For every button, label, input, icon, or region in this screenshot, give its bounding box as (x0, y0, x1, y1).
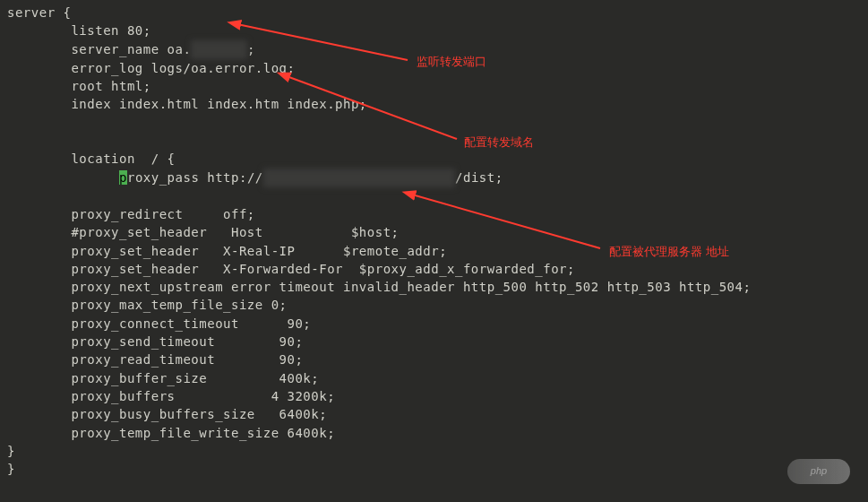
code-line: proxy_read_timeout 90; (7, 352, 303, 367)
code-line: server_name oa. ; (7, 42, 255, 56)
code-block: server { listen 80; server_name oa. ; er… (7, 4, 861, 478)
code-line: root html; (7, 79, 151, 93)
code-line: proxy_send_timeout 90; (7, 334, 303, 349)
code-line: } (7, 444, 15, 458)
code-line: listen 80; (7, 23, 151, 38)
code-line: proxy_set_header X-Forwarded-For $proxy_… (7, 262, 575, 276)
code-line: #proxy_set_header Host $host; (7, 225, 400, 239)
redacted-domain (191, 40, 247, 58)
code-line: index index.html index.htm index.php; (7, 97, 367, 111)
redacted-upstream (263, 169, 455, 186)
code-line: error_log logs/oa.error.log; (7, 61, 295, 75)
code-line: } (7, 462, 15, 476)
text-cursor[interactable]: p (119, 170, 127, 185)
code-line: proxy_temp_file_write_size 6400k; (7, 426, 335, 440)
code-line: proxy_set_header X-Real-IP $remote_addr; (7, 244, 447, 258)
code-line: proxy_buffer_size 400k; (7, 371, 319, 385)
code-line: proxy_next_upstream error timeout invali… (7, 280, 751, 294)
watermark-badge: php (787, 459, 850, 484)
code-line: proxy_connect_timeout 90; (7, 316, 311, 331)
code-line: location / { (7, 151, 176, 166)
code-line: proxy_busy_buffers_size 6400k; (7, 407, 327, 421)
code-line: proxy_redirect off; (7, 207, 255, 221)
code-line: server { (7, 5, 71, 20)
code-line: proxy_pass http:// /dist; (7, 170, 503, 185)
code-line: proxy_max_temp_file_size 0; (7, 298, 288, 312)
code-line: proxy_buffers 4 3200k; (7, 389, 335, 403)
